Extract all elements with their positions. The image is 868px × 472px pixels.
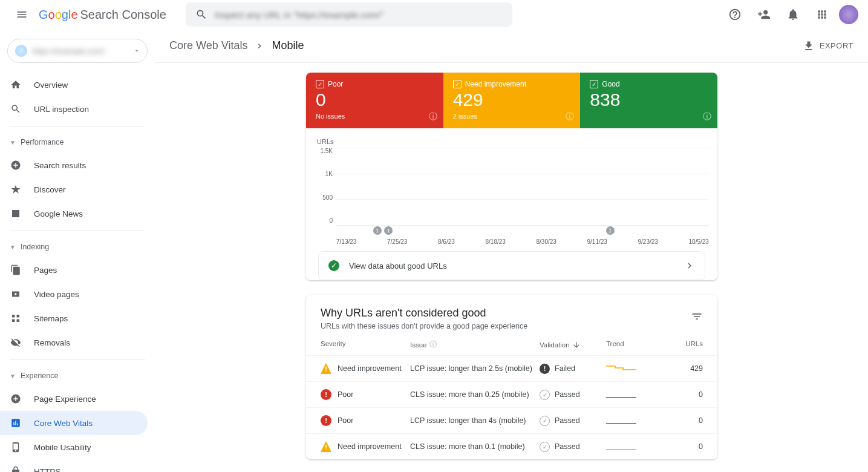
- sparkline: [606, 390, 667, 399]
- help-icon: [728, 8, 742, 21]
- product-name: Search Console: [80, 8, 166, 22]
- sparkline: [606, 364, 667, 373]
- failed-icon: !: [540, 364, 550, 374]
- logo[interactable]: Google Search Console: [39, 8, 166, 22]
- warning-triangle-icon: [321, 363, 331, 374]
- menu-button[interactable]: [10, 2, 34, 27]
- sidebar-item-removals[interactable]: Removals: [0, 330, 148, 355]
- g-logo-icon: [10, 159, 22, 171]
- news-icon: [10, 208, 22, 220]
- issue-row[interactable]: Need improvement CLS issue: more than 0.…: [306, 433, 717, 459]
- section-experience[interactable]: ▼Experience: [0, 365, 155, 387]
- issues-table-header: Severity Issue ⓘ Validation Trend URLs: [306, 330, 717, 355]
- property-icon: [15, 45, 27, 57]
- sidebar-item-video-pages[interactable]: Video pages: [0, 282, 148, 306]
- property-selector[interactable]: https://example.com/: [7, 39, 148, 63]
- sidebar-item-page-experience[interactable]: Page Experience: [0, 387, 148, 411]
- sidebar-item-https[interactable]: HTTPS: [0, 459, 148, 472]
- header-right: [723, 2, 858, 27]
- chart-marker[interactable]: 1: [373, 226, 382, 235]
- help-icon: ⓘ: [429, 340, 437, 349]
- help-icon[interactable]: ⓘ: [703, 111, 711, 122]
- chart-marker[interactable]: 1: [606, 226, 615, 235]
- search-box[interactable]: [186, 2, 512, 27]
- chart-xaxis: 7/13/237/25/238/6/238/18/238/30/239/11/2…: [336, 236, 709, 245]
- help-button[interactable]: [723, 2, 747, 27]
- main-content: Core Web Vitals Mobile EXPORT ✓Poor 0 No…: [155, 29, 868, 472]
- summary-card: ✓Poor 0 No issues ⓘ ✓Need improvement 42…: [306, 73, 717, 280]
- breadcrumb: Core Web Vitals Mobile: [169, 39, 304, 52]
- sidebar-item-url-inspection[interactable]: URL inspection: [0, 97, 148, 121]
- help-icon[interactable]: ⓘ: [566, 111, 574, 122]
- tile-good[interactable]: ✓Good 838 ⓘ: [580, 73, 717, 128]
- filter-button[interactable]: [691, 310, 703, 323]
- help-icon[interactable]: ⓘ: [429, 111, 437, 122]
- sidebar-item-core-web-vitals[interactable]: Core Web Vitals: [0, 411, 148, 435]
- error-circle-icon: !: [321, 389, 331, 400]
- video-icon: [10, 288, 22, 300]
- sidebar-item-google-news[interactable]: Google News: [0, 202, 148, 226]
- sidebar-item-discover[interactable]: Discover: [0, 177, 148, 202]
- issue-row[interactable]: !Poor LCP issue: longer than 4s (mobile)…: [306, 407, 717, 433]
- view-good-urls-link[interactable]: ✓ View data about good URLs: [318, 251, 705, 280]
- breadcrumb-bar: Core Web Vitals Mobile EXPORT: [155, 29, 868, 63]
- bell-icon: [786, 8, 800, 21]
- app-header: Google Search Console: [0, 0, 868, 29]
- plus-circle-icon: [10, 393, 22, 405]
- google-logo-text: Google: [39, 8, 78, 22]
- chart-markers: 111: [336, 226, 709, 236]
- property-name: https://example.com/: [32, 47, 129, 56]
- sidebar-item-pages[interactable]: Pages: [0, 258, 148, 282]
- issues-card: Why URLs aren't considered good URLs wit…: [306, 295, 717, 459]
- summary-tiles: ✓Poor 0 No issues ⓘ ✓Need improvement 42…: [306, 73, 717, 128]
- tile-need-improvement[interactable]: ✓Need improvement 429 2 issues ⓘ: [443, 73, 581, 128]
- issues-subtitle: URLs with these issues don't provide a g…: [321, 322, 527, 330]
- sidebar-item-overview[interactable]: Overview: [0, 73, 148, 97]
- notifications-button[interactable]: [781, 2, 805, 27]
- visibility-off-icon: [10, 336, 22, 349]
- section-performance[interactable]: ▼Performance: [0, 131, 155, 153]
- sparkline: [606, 442, 667, 451]
- issue-row[interactable]: !Poor CLS issue: more than 0.25 (mobile)…: [306, 381, 717, 407]
- breadcrumb-parent[interactable]: Core Web Vitals: [169, 39, 247, 52]
- sparkline: [606, 416, 667, 425]
- apps-grid-icon: [816, 8, 828, 21]
- chevron-right-icon: [255, 41, 264, 51]
- sidebar-item-mobile-usability[interactable]: Mobile Usability: [0, 435, 148, 459]
- chart-yaxis: 1.5K1K5000: [315, 148, 336, 226]
- people-button[interactable]: [752, 2, 776, 27]
- arrow-down-icon: [572, 341, 581, 349]
- passed-icon: ✓: [540, 390, 550, 400]
- issues-title: Why URLs aren't considered good: [321, 307, 527, 320]
- tile-poor[interactable]: ✓Poor 0 No issues ⓘ: [306, 73, 443, 128]
- export-button[interactable]: EXPORT: [803, 40, 853, 52]
- trend-chart: URLs 1.5K1K5000 111 7/13/237/25/238/6/23…: [306, 128, 717, 251]
- chevron-down-icon: [134, 48, 140, 54]
- speed-icon: [10, 417, 22, 429]
- section-indexing[interactable]: ▼Indexing: [0, 236, 155, 258]
- issue-row[interactable]: Need improvement LCP issue: longer than …: [306, 355, 717, 381]
- search-icon: [10, 103, 22, 115]
- check-circle-icon: ✓: [328, 260, 339, 271]
- pages-icon: [10, 264, 22, 276]
- star-icon: [10, 183, 22, 195]
- search-input[interactable]: [215, 10, 503, 20]
- home-icon: [10, 79, 22, 91]
- chart-plot: [336, 148, 709, 226]
- download-icon: [803, 40, 815, 52]
- sitemap-icon: [10, 312, 22, 324]
- sidebar-item-sitemaps[interactable]: Sitemaps: [0, 306, 148, 330]
- sidebar-item-search-results[interactable]: Search results: [0, 153, 148, 177]
- sidebar: https://example.com/ OverviewURL inspect…: [0, 29, 155, 472]
- avatar[interactable]: [839, 5, 858, 24]
- warning-triangle-icon: [321, 441, 331, 452]
- people-icon: [757, 8, 771, 21]
- error-circle-icon: !: [321, 415, 331, 426]
- apps-button[interactable]: [810, 2, 834, 27]
- chevron-right-icon: [684, 260, 695, 271]
- filter-list-icon: [691, 310, 703, 323]
- hamburger-icon: [16, 8, 28, 21]
- chart-marker[interactable]: 1: [384, 226, 393, 235]
- search-icon: [195, 8, 207, 21]
- passed-icon: ✓: [540, 416, 550, 426]
